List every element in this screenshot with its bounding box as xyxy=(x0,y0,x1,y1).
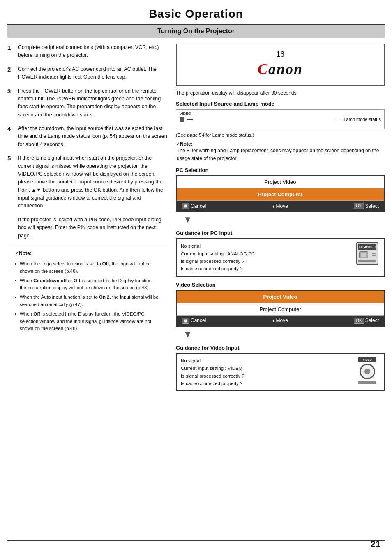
pc-move-label: Move xyxy=(276,203,288,209)
left-column: 1 Complete peripheral connections (with … xyxy=(7,44,168,395)
guidance-pc-line-3: Is signal processed correctly ? xyxy=(181,258,351,265)
step-3: 3 Press the POWER button on the top cont… xyxy=(7,87,168,119)
guidance-video-box: No signal Current Input setting : VIDEO … xyxy=(176,353,385,392)
bottom-note-list: When the Logo select function is set to … xyxy=(15,260,160,332)
video-select-item: OK Select xyxy=(354,318,379,324)
input-lamp-title: Selected Input Source and Lamp mode xyxy=(176,101,385,107)
bottom-note-title: Note: xyxy=(19,251,32,256)
step-4-text: After the countdown, the input source th… xyxy=(18,125,168,149)
pc-sel-footer: ▣ Cancel ⬧ Move OK Select xyxy=(177,201,384,211)
video-sel-item-1-label: Project Video xyxy=(263,294,297,300)
step-4: 4 After the countdown, the input source … xyxy=(7,125,168,149)
computer-screen xyxy=(359,251,368,258)
computer-label: COMPUTER xyxy=(358,244,376,250)
step-5: 5 If there is no signal input when start… xyxy=(7,154,168,210)
lamp-top-row: VIDEO xyxy=(180,111,381,116)
pc-selection-title: PC Selection xyxy=(176,167,385,173)
step-3-num: 3 xyxy=(7,87,16,95)
bottom-note-item-1: When the Logo select function is set to … xyxy=(15,260,160,275)
lamp-video-label: VIDEO xyxy=(180,111,191,116)
guidance-pc-line-1: No signal xyxy=(181,242,351,250)
video-select-label: Select xyxy=(365,318,379,323)
guidance-video-text-col: No signal Current Input setting : VIDEO … xyxy=(181,357,351,388)
guidance-pc-title: Guidance for PC Input xyxy=(176,230,385,236)
pc-move-item: ⬧ Move xyxy=(272,203,288,209)
pc-sel-item-2-label: Project Computer xyxy=(258,191,302,197)
step-2-text: Connect the projector's AC power cord in… xyxy=(18,65,168,81)
video-device-inner xyxy=(364,369,370,374)
section-header: Turning On the Projector xyxy=(7,25,385,38)
video-device-circle xyxy=(360,364,375,379)
canon-logo: Canon xyxy=(185,60,376,78)
video-move-arrow: ⬧ xyxy=(272,318,275,323)
step-1-num: 1 xyxy=(7,44,16,51)
content-area: 1 Complete peripheral connections (with … xyxy=(0,44,392,395)
computer-ports xyxy=(372,253,376,256)
guidance-pc-device-col: COMPUTER xyxy=(355,242,380,265)
bottom-divider xyxy=(7,540,385,541)
step-2: 2 Connect the projector's AC power cord … xyxy=(7,65,168,81)
canon-c-letter: C xyxy=(258,61,268,77)
computer-port-strip xyxy=(358,260,376,262)
lamp-mode-status-text: Lamp mode status xyxy=(344,117,381,122)
guidance-pc-text-col: No signal Current Input setting : ANALOG… xyxy=(181,242,351,273)
pc-cancel-icon: ▣ xyxy=(182,203,189,209)
step-3-text: Press the POWER button on the top contro… xyxy=(18,87,168,119)
right-column: 16 Canon The preparation display will di… xyxy=(176,44,385,395)
section-title: Turning On the Projector xyxy=(157,28,235,35)
pc-sel-item-1[interactable]: Project Video xyxy=(177,176,384,188)
lamp-line xyxy=(187,119,193,120)
video-move-item: ⬧ Move xyxy=(272,318,288,323)
step-1-text: Complete peripheral connections (with a … xyxy=(18,44,168,60)
pc-selection-box: Project Video Project Computer ▣ Cancel … xyxy=(176,175,385,212)
canon-logo-box: 16 Canon xyxy=(176,44,385,86)
bottom-checkmark: ✓ xyxy=(15,251,19,256)
guidance-pc-line-4: Is cable connected properly ? xyxy=(181,265,351,272)
lamp-mode-container: VIDEO — Lamp mode status xyxy=(176,109,385,129)
lamp-status-label: — Lamp mode status xyxy=(338,117,381,122)
guidance-video-line-3: Is signal processed correctly ? xyxy=(181,372,351,380)
video-selection-title: Video Selection xyxy=(176,282,385,288)
right-note-block: ✓Note: The Filter warning and Lamp repla… xyxy=(176,141,385,162)
video-cancel-icon: ▣ xyxy=(182,318,189,324)
pc-select-label: Select xyxy=(365,203,379,209)
pc-sel-item-2[interactable]: Project Computer xyxy=(177,188,384,201)
guidance-video-title: Guidance for Video Input xyxy=(176,345,385,351)
guidance-pc-line-2: Current Input setting : ANALOG PC xyxy=(181,250,351,258)
bottom-note-section: ✓Note: When the Logo select function is … xyxy=(7,246,168,332)
video-device-label: VIDEO xyxy=(358,357,376,362)
guidance-video-line-4: Is cable connected properly ? xyxy=(181,380,351,387)
step-5-text: If there is no signal input when start o… xyxy=(18,154,168,210)
video-sel-item-2[interactable]: Project Computer xyxy=(177,303,384,316)
bottom-note-item-3: When the Auto input function is set to O… xyxy=(15,294,160,309)
canon-page-num: 16 xyxy=(185,50,376,59)
step-5b-text: If the projector is locked with a PIN co… xyxy=(18,217,161,239)
step-2-num: 2 xyxy=(7,65,16,73)
video-sel-footer: ▣ Cancel ⬧ Move OK Select xyxy=(177,316,384,326)
guidance-video-line-1: No signal xyxy=(181,357,351,364)
video-sel-item-1[interactable]: Project Video xyxy=(177,291,384,303)
step-1: 1 Complete peripheral connections (with … xyxy=(7,44,168,60)
right-note-title: Note: xyxy=(180,141,193,147)
pc-cancel-label: Cancel xyxy=(191,203,206,209)
step-4-num: 4 xyxy=(7,125,16,132)
pc-cancel-item: ▣ Cancel xyxy=(182,203,206,209)
see-page-note: (See page 54 for Lamp mode status.) xyxy=(176,132,385,137)
prep-text: The preparation display will disappear a… xyxy=(176,89,385,97)
step-5-num: 5 xyxy=(7,154,16,162)
bottom-note-item-2: When Countdown off or Off is selected in… xyxy=(15,277,160,292)
guidance-video-line-2: Current Input setting : VIDEO xyxy=(181,364,351,372)
video-ok-icon: OK xyxy=(354,318,364,324)
canon-rest: anon xyxy=(268,61,303,77)
pc-move-arrow: ⬧ xyxy=(272,203,275,209)
video-cancel-label: Cancel xyxy=(191,318,206,323)
video-sel-item-2-label: Project Computer xyxy=(259,306,301,312)
video-move-label: Move xyxy=(276,318,288,323)
video-selection-box: Project Video Project Computer ▣ Cancel … xyxy=(176,290,385,327)
lamp-square-icon xyxy=(180,117,184,122)
guidance-pc-box: No signal Current Input setting : ANALOG… xyxy=(176,238,385,277)
lamp-mode-box: VIDEO — Lamp mode status xyxy=(176,109,385,129)
page-title-area: Basic Operation xyxy=(7,0,385,25)
pc-sel-item-1-label: Project Video xyxy=(264,179,296,185)
bottom-note-item-4: When Off is selected in the Display func… xyxy=(15,311,160,332)
